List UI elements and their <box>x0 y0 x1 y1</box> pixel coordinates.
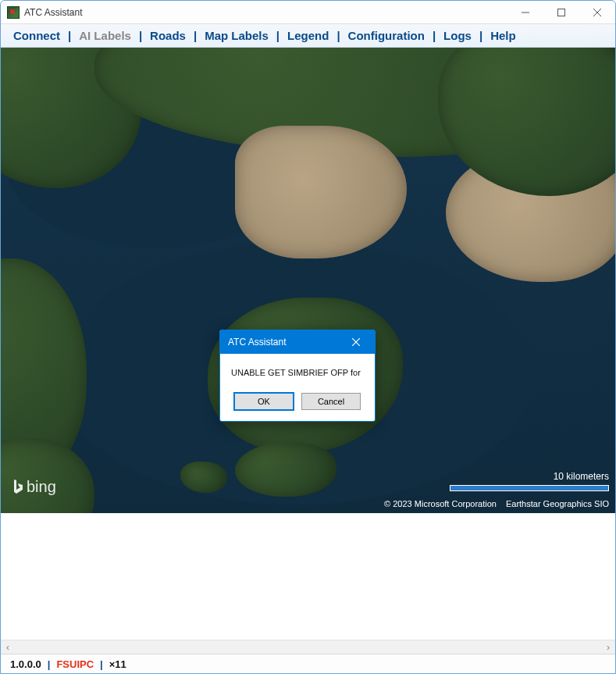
status-connection: FSUIPC <box>56 658 94 670</box>
menu-connect[interactable]: Connect <box>10 29 63 42</box>
menu-separator: | <box>332 29 344 42</box>
map-viewport[interactable]: bing 10 kilometers © 2023 Microsoft Corp… <box>1 48 615 513</box>
svg-rect-1 <box>558 9 565 16</box>
ok-button[interactable]: OK <box>234 393 294 410</box>
scroll-right-arrow[interactable]: › <box>601 640 615 654</box>
statusbar: 1.0.0.0 | FSUIPC | ×11 <box>1 654 615 673</box>
close-button[interactable] <box>579 1 615 24</box>
window-title: ATC Assistant <box>24 7 507 18</box>
status-separator: | <box>94 658 109 670</box>
menu-configuration[interactable]: Configuration <box>345 29 428 42</box>
empty-panel <box>1 513 615 640</box>
menu-separator: | <box>272 29 284 42</box>
horizontal-scrollbar[interactable]: ‹ › <box>1 640 615 654</box>
attribution-copyright: © 2023 Microsoft Corporation <box>384 499 497 508</box>
dialog-titlebar[interactable]: ATC Assistant <box>220 330 375 354</box>
menu-separator: | <box>134 29 147 42</box>
menu-ai-labels[interactable]: AI Labels <box>76 29 134 42</box>
menu-roads[interactable]: Roads <box>147 29 189 42</box>
menu-separator: | <box>428 29 440 42</box>
map-provider-logo: bing <box>12 478 56 496</box>
menu-separator: | <box>475 29 487 42</box>
window-controls <box>507 1 615 24</box>
map-attribution: © 2023 Microsoft Corporation Earthstar G… <box>384 499 609 508</box>
menu-separator: | <box>189 29 201 42</box>
dialog-message: UNABLE GET SIMBRIEF OFP for <box>220 354 375 387</box>
map-scale-label: 10 kilometers <box>450 471 609 482</box>
satellite-imagery <box>1 48 615 513</box>
dialog-close-button[interactable] <box>345 336 367 348</box>
menu-separator: | <box>63 29 76 42</box>
titlebar: ATC Assistant <box>1 1 615 24</box>
app-window: ATC Assistant Connect | AI Labels | Road… <box>0 0 616 674</box>
attribution-sources: Earthstar Geographics SIO <box>506 499 609 508</box>
cancel-button[interactable]: Cancel <box>301 393 361 410</box>
status-extra: ×11 <box>109 658 126 670</box>
scroll-left-arrow[interactable]: ‹ <box>1 640 15 654</box>
app-icon <box>7 6 20 19</box>
minimize-button[interactable] <box>507 1 543 24</box>
dialog-title: ATC Assistant <box>228 337 345 348</box>
menu-help[interactable]: Help <box>487 29 519 42</box>
menu-map-labels[interactable]: Map Labels <box>201 29 272 42</box>
status-version: 1.0.0.0 <box>10 658 41 670</box>
map-provider-text: bing <box>27 478 56 496</box>
maximize-button[interactable] <box>543 1 579 24</box>
status-separator: | <box>41 658 57 670</box>
bing-icon <box>12 480 24 495</box>
menu-legend[interactable]: Legend <box>284 29 332 42</box>
scroll-track[interactable] <box>15 640 601 654</box>
dialog-button-row: OK Cancel <box>220 387 375 421</box>
message-dialog: ATC Assistant UNABLE GET SIMBRIEF OFP fo… <box>219 330 376 422</box>
map-scale: 10 kilometers <box>450 471 609 491</box>
menubar: Connect | AI Labels | Roads | Map Labels… <box>1 24 615 48</box>
menu-logs[interactable]: Logs <box>440 29 475 42</box>
map-scale-bar <box>450 485 609 491</box>
